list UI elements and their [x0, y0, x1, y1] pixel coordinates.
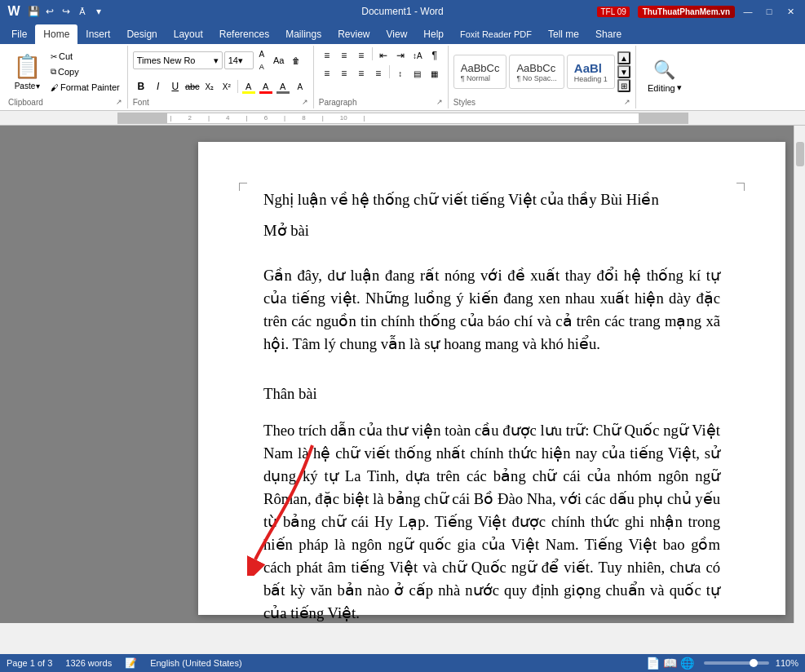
tab-file[interactable]: File [3, 24, 35, 44]
styles-scroll-down[interactable]: ▼ [617, 65, 630, 78]
align-left-button[interactable]: ≡ [319, 65, 335, 82]
paragraph-1: Gần đây, dư luận đang rất nóng với đề xu… [263, 264, 720, 356]
tab-view[interactable]: View [378, 24, 416, 44]
tab-references[interactable]: References [211, 24, 277, 44]
align-right-button[interactable]: ≡ [353, 65, 369, 82]
superscript-button[interactable]: X² [219, 78, 235, 95]
sort-button[interactable]: ↕A [409, 47, 426, 64]
scrollbar-vertical[interactable] [794, 126, 805, 623]
tab-layout[interactable]: Layout [166, 24, 211, 44]
paste-icon: 📋 [13, 53, 42, 80]
paste-dropdown-icon[interactable]: ▾ [36, 82, 40, 91]
bullets-button[interactable]: ≡ [319, 47, 335, 64]
tab-insert[interactable]: Insert [77, 24, 118, 44]
clear-formatting-button[interactable]: 🗑 [290, 54, 303, 67]
style-no-spacing[interactable]: AaBbCc ¶ No Spac... [509, 55, 564, 89]
autocorrect-button[interactable]: Ā [75, 4, 90, 19]
save-button[interactable]: 💾 [26, 4, 41, 19]
read-mode-btn[interactable]: 📖 [663, 657, 677, 670]
borders-button[interactable]: ▦ [427, 65, 443, 82]
decrease-indent-button[interactable]: ⇤ [375, 47, 391, 64]
status-bar: Page 1 of 3 1326 words 📝 English (United… [0, 654, 805, 672]
styles-scroll-up[interactable]: ▲ [617, 51, 630, 64]
styles-expand-icon[interactable]: ↗ [624, 98, 630, 107]
zoom-slider[interactable] [704, 661, 769, 665]
customize-qa-button[interactable]: ▾ [91, 4, 106, 19]
styles-more[interactable]: ⊞ [617, 79, 630, 92]
scrollbar-thumb[interactable] [796, 142, 804, 166]
multilevel-list-button[interactable]: ≡ [353, 47, 369, 64]
word-count: 1326 words [65, 658, 112, 668]
clipboard-label: Clipboard ↗ [8, 96, 122, 107]
font-color-button[interactable]: A [258, 78, 274, 95]
cut-label: Cut [59, 51, 73, 61]
align-center-button[interactable]: ≡ [336, 65, 352, 82]
redo-button[interactable]: ↪ [59, 4, 73, 19]
shading-button[interactable]: A [275, 78, 291, 95]
tab-help[interactable]: Help [415, 24, 452, 44]
tab-review[interactable]: Review [330, 24, 378, 44]
editing-icon: 🔍 [653, 60, 675, 81]
document-area[interactable]: Nghị luận về hệ thống chữ viết tiếng Việ… [0, 126, 805, 623]
paragraph-row1: ≡ ≡ ≡ ⇤ ⇥ ↕A ¶ [319, 47, 443, 64]
ribbon-tabs: File Home Insert Design Layout Reference… [0, 23, 805, 44]
close-button[interactable]: ✕ [782, 3, 798, 20]
tab-share[interactable]: Share [587, 24, 630, 44]
minimize-button[interactable]: — [740, 3, 756, 20]
numbering-button[interactable]: ≡ [336, 47, 352, 64]
tab-mailings[interactable]: Mailings [277, 24, 330, 44]
editing-dropdown-icon[interactable]: ▾ [677, 82, 682, 93]
style-heading1[interactable]: AaBl Heading 1 [567, 55, 615, 89]
editing-button[interactable]: 🔍 Editing ▾ [644, 56, 685, 97]
line-spacing-button[interactable]: ↕ [392, 65, 409, 82]
change-case-button[interactable]: Aa [270, 54, 288, 67]
paragraph-group: ≡ ≡ ≡ ⇤ ⇥ ↕A ¶ ≡ ≡ ≡ ≡ ↕ ▤ ▦ Paragraph [314, 46, 449, 108]
text-highlight-button[interactable]: A [241, 78, 257, 95]
underline-button[interactable]: U [167, 78, 184, 95]
format-painter-icon: 🖌 [51, 83, 59, 92]
clipboard-group: 📋 Paste ▾ ✂ Cut ⧉ Copy 🖌 Format Painter [3, 46, 128, 108]
font-size-decrease[interactable]: A [255, 60, 268, 73]
increase-indent-button[interactable]: ⇥ [392, 47, 409, 64]
tab-home[interactable]: Home [35, 24, 77, 44]
justify-button[interactable]: ≡ [370, 65, 387, 82]
styles-group: AaBbCc ¶ Normal AaBbCc ¶ No Spac... AaBl… [449, 46, 636, 108]
zoom-thumb [750, 659, 758, 667]
font-expand-icon[interactable]: ↗ [302, 98, 308, 107]
document-title-text: Document1 - Word [361, 6, 443, 17]
brand-logo: ThuThuatPhanMem.vn [638, 6, 735, 18]
style-normal[interactable]: AaBbCc ¶ Normal [453, 55, 507, 89]
zoom-level: 110% [776, 658, 798, 668]
ribbon-content: 📋 Paste ▾ ✂ Cut ⧉ Copy 🖌 Format Painter [0, 44, 805, 111]
tab-design[interactable]: Design [118, 24, 165, 44]
font-size-selector[interactable]: 14 ▾ [224, 51, 254, 69]
format-painter-button[interactable]: 🖌 Format Painter [48, 80, 122, 95]
shading-para-button[interactable]: ▤ [409, 65, 426, 82]
web-layout-btn[interactable]: 🌐 [680, 657, 694, 670]
section-than-bai: Thân bài [263, 385, 720, 403]
font-selector-row: Times New Ro ▾ 14 ▾ A A Aa 🗑 [133, 47, 308, 73]
paste-button[interactable]: 📋 Paste ▾ [8, 47, 46, 96]
strikethrough-button[interactable]: abc [184, 78, 201, 95]
print-layout-btn[interactable]: 📄 [646, 657, 660, 670]
maximize-button[interactable]: □ [761, 3, 777, 20]
font-size-increase[interactable]: A [255, 47, 268, 60]
italic-button[interactable]: I [150, 78, 166, 95]
paragraph-group-label: Paragraph ↗ [319, 96, 443, 107]
bold-button[interactable]: B [133, 78, 149, 95]
paragraph-row2: ≡ ≡ ≡ ≡ ↕ ▤ ▦ [319, 65, 443, 82]
font-size-inc-dec: A A [255, 47, 268, 73]
border-button[interactable]: A [292, 78, 308, 95]
copy-button[interactable]: ⧉ Copy [48, 64, 122, 79]
paragraph-expand-icon[interactable]: ↗ [436, 98, 443, 107]
tab-tellme[interactable]: Tell me [540, 24, 587, 44]
styles-group-label: Styles ↗ [453, 96, 630, 107]
document-page: Nghị luận về hệ thống chữ viết tiếng Việ… [198, 142, 785, 615]
show-formatting-button[interactable]: ¶ [427, 47, 443, 64]
undo-button[interactable]: ↩ [42, 4, 57, 19]
font-name-selector[interactable]: Times New Ro ▾ [133, 51, 223, 69]
clipboard-expand-icon[interactable]: ↗ [116, 98, 122, 107]
tab-foxit[interactable]: Foxit Reader PDF [452, 24, 540, 44]
cut-button[interactable]: ✂ Cut [48, 49, 122, 64]
subscript-button[interactable]: X₂ [201, 78, 218, 95]
